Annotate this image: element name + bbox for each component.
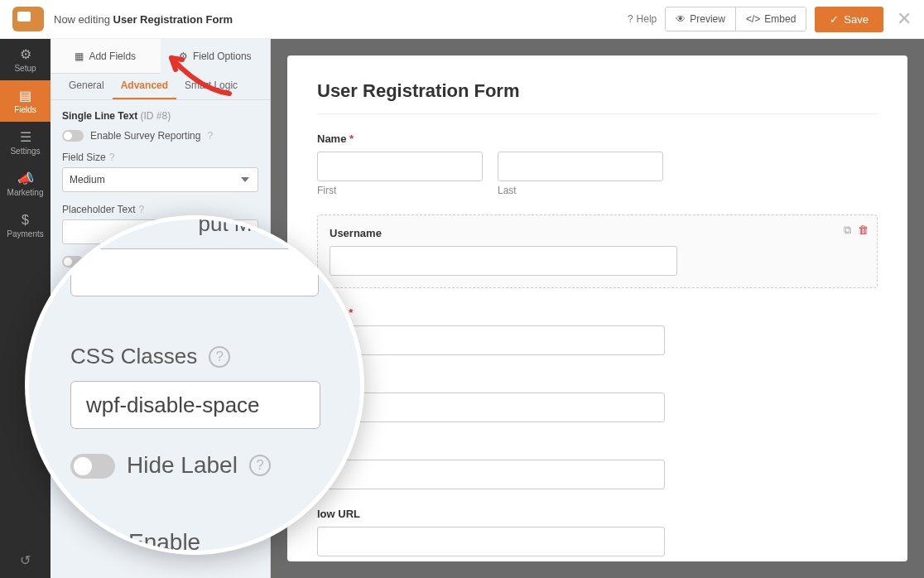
form-title: User Registration Form (317, 80, 878, 102)
help-icon[interactable]: ? (139, 204, 145, 215)
username-field[interactable]: ⧉ 🗑 Username (317, 214, 878, 288)
survey-label: Enable Survey Reporting (90, 130, 200, 142)
username-input[interactable] (330, 246, 677, 276)
subtab-smart-logic[interactable]: Smart Logic (176, 74, 246, 99)
help-icon: ? (628, 13, 633, 25)
form-canvas: User Registration Form Name * First Last… (271, 39, 924, 578)
email-field[interactable]: Email * (317, 306, 878, 355)
help-link[interactable]: ?Help (628, 13, 657, 25)
subtab-advanced[interactable]: Advanced (113, 74, 176, 99)
blank-field-2[interactable] (317, 441, 878, 489)
nav-marketing[interactable]: 📣Marketing (0, 163, 51, 205)
close-icon[interactable]: ✕ (897, 8, 912, 30)
dollar-icon: $ (22, 213, 29, 228)
blank-field-1[interactable] (317, 373, 878, 422)
wpforms-logo (12, 7, 44, 31)
follow-url-field[interactable]: low URL (317, 508, 878, 556)
field-size-select[interactable]: Medium (62, 167, 258, 192)
help-icon: ? (209, 346, 230, 368)
megaphone-icon: 📣 (17, 171, 34, 186)
email-input[interactable] (317, 325, 665, 355)
survey-toggle[interactable] (62, 130, 84, 142)
save-button[interactable]: ✓Save (815, 7, 883, 32)
placeholder-label: Placeholder Text? (62, 204, 258, 215)
input-mask-input[interactable] (70, 248, 319, 296)
sliders-icon: ⚙ (179, 51, 188, 62)
subtab-general[interactable]: General (60, 74, 113, 99)
form-card: User Registration Form Name * First Last… (287, 55, 907, 561)
delete-icon[interactable]: 🗑 (858, 224, 869, 237)
nav-history[interactable]: ↺ (0, 542, 51, 578)
code-icon: </> (746, 13, 760, 25)
form-icon: ▤ (19, 88, 31, 104)
sliders-icon: ☰ (20, 129, 31, 145)
help-icon: ? (249, 455, 271, 476)
field-title: Single Line Text (ID #8) (62, 110, 258, 122)
nav-fields[interactable]: ▤Fields (0, 80, 51, 122)
gear-icon: ⚙ (20, 46, 31, 62)
field-size-label: Field Size? (62, 152, 258, 163)
name-field[interactable]: Name * First Last (317, 132, 878, 196)
nav-setup[interactable]: ⚙Setup (0, 39, 51, 80)
eye-icon: 👁 (676, 13, 686, 25)
help-icon[interactable]: ? (109, 152, 115, 163)
last-name-input[interactable] (498, 152, 663, 181)
topbar: Now editing User Registration Form ?Help… (0, 0, 924, 39)
css-classes-input[interactable] (70, 381, 320, 429)
help-icon[interactable]: ? (207, 130, 213, 142)
first-name-input[interactable] (317, 152, 483, 181)
editing-label: Now editing User Registration Form (54, 13, 233, 26)
duplicate-icon[interactable]: ⧉ (844, 224, 851, 237)
embed-button[interactable]: </>Embed (735, 7, 806, 31)
tab-field-options[interactable]: ⚙Field Options (161, 39, 271, 74)
hide-label-toggle[interactable] (70, 454, 115, 479)
css-classes-label: CSS Classes (70, 344, 197, 369)
hide-label-text: Hide Label (127, 452, 238, 479)
check-icon: ✓ (830, 13, 839, 26)
nav-settings[interactable]: ☰Settings (0, 122, 51, 163)
zoom-lens: put Mask? CSS Classes? Hide Label? Enabl… (25, 215, 364, 555)
grid-icon: ▦ (75, 51, 84, 62)
tab-add-fields[interactable]: ▦Add Fields (51, 39, 161, 74)
history-icon: ↺ (20, 552, 31, 568)
nav-payments[interactable]: $Payments (0, 205, 51, 246)
preview-button[interactable]: 👁Preview (666, 7, 735, 31)
